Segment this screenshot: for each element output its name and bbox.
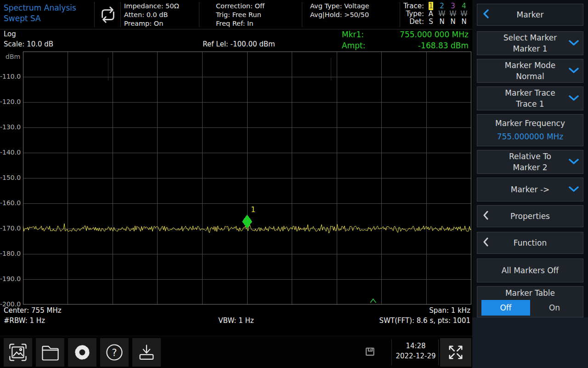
impedance-readout: Impedance: 50Ω	[124, 2, 179, 11]
relative-to-button[interactable]: Relative To Marker 2	[477, 150, 583, 174]
correction-readout: Correction: Off	[216, 2, 265, 11]
marker-frequency-value[interactable]: 755.000000 MHz	[497, 132, 564, 142]
function-label: Function	[514, 238, 547, 248]
svg-text:?: ?	[112, 347, 117, 358]
marker-frequency-field[interactable]: Marker Frequency 755.000000 MHz	[477, 114, 583, 146]
marker-ampt-value: -168.83 dBm	[418, 40, 469, 51]
help-button[interactable]: ?	[100, 338, 129, 367]
trig-readout: Trig: Free Run	[216, 11, 265, 19]
marker-mode-label: Marker Mode	[505, 61, 555, 70]
marker-trace-button[interactable]: Marker Trace Trace 1	[477, 86, 583, 110]
screenshot-icon	[8, 342, 28, 362]
y-tick-label: -120.0	[0, 98, 20, 105]
relative-to-label: Relative To	[509, 152, 551, 161]
toolbar-divider	[438, 339, 439, 365]
spectrum-plot[interactable]: 1	[23, 52, 471, 305]
y-tick-label: -180.0	[0, 250, 20, 257]
average-params: Avg Type: Voltage Avg|Hold: >50/50	[310, 2, 369, 19]
avg-type-readout: Avg Type: Voltage	[310, 2, 369, 11]
marker-table-toggle: Off On	[481, 300, 579, 316]
marker-trace-label: Marker Trace	[505, 88, 555, 98]
trace-4-det: N	[458, 18, 469, 26]
freq-ref-readout: Freq Ref: In	[216, 19, 265, 28]
mode-title-line2: Swept SA	[4, 13, 76, 24]
back-chevron-icon[interactable]	[483, 9, 489, 21]
marker-to-button[interactable]: Marker ->	[477, 178, 583, 201]
help-icon: ?	[104, 342, 124, 362]
settings-button[interactable]	[68, 338, 96, 367]
sweep-annotation: Center: 755 MHz Span: 1 kHz #RBW: 1 Hz V…	[0, 305, 472, 326]
sidebar-empty-area	[472, 317, 588, 368]
chevron-left-icon	[483, 237, 488, 248]
marker-mode-value: Normal	[516, 72, 544, 81]
continuous-sweep-icon[interactable]	[98, 6, 118, 25]
marker-frequency-label: Marker Frequency	[495, 119, 565, 128]
header-bar: Spectrum Analysis Swept SA Impedance: 50…	[0, 0, 472, 29]
marker-to-label: Marker ->	[511, 185, 550, 195]
marker-trace-value: Trace 1	[516, 99, 544, 109]
y-tick-label: -160.0	[0, 199, 20, 207]
y-tick-label: -140.0	[0, 149, 20, 156]
scale-row: Log Scale: 10.0 dB Ref Lel: -100.00 dBm …	[0, 29, 472, 52]
atten-readout: Atten: 0.0 dB	[124, 11, 179, 19]
date-label: 2022-12-29	[393, 351, 438, 361]
marker-table-off-button[interactable]: Off	[481, 300, 530, 316]
y-axis-labels: -110.0-120.0-130.0-140.0-150.0-160.0-170…	[0, 52, 21, 305]
file-browser-button[interactable]	[36, 338, 64, 367]
center-frequency-label: Center: 755 MHz	[4, 305, 62, 316]
chevron-down-icon	[569, 94, 579, 103]
trigger-params: Correction: Off Trig: Free Run Freq Ref:…	[216, 2, 265, 28]
properties-button[interactable]: Properties	[477, 205, 583, 227]
trace-2-type: W	[436, 10, 447, 18]
select-marker-button[interactable]: Select Marker Marker 1	[477, 31, 583, 55]
trace-1-number[interactable]: 1	[429, 2, 433, 10]
chevron-down-icon	[569, 67, 579, 75]
chevron-down-icon	[569, 185, 579, 194]
svg-text:1: 1	[251, 205, 255, 214]
y-tick-label: -190.0	[0, 275, 20, 282]
select-marker-value: Marker 1	[513, 44, 548, 54]
save-button[interactable]	[132, 338, 161, 367]
header-divider	[302, 2, 302, 27]
settings-gear-icon	[72, 342, 93, 363]
trace-2-number[interactable]: 2	[436, 2, 447, 10]
preamp-readout: Preamp: On	[124, 19, 179, 28]
function-button[interactable]: Function	[477, 232, 583, 254]
menu-header[interactable]: Marker	[477, 4, 583, 26]
properties-label: Properties	[510, 212, 550, 221]
marker-ampt-label: Ampt:	[342, 40, 365, 51]
ref-level-label: Ref Lel: -100.00 dBm	[147, 40, 331, 48]
trace-status-table[interactable]: Trace: 1 2 3 4 Type: A W W W Det: S N N …	[402, 2, 469, 26]
trace-1-det: S	[425, 18, 436, 26]
marker-mode-button[interactable]: Marker Mode Normal	[477, 59, 583, 83]
log-scale-label: Log	[4, 30, 16, 38]
header-divider	[94, 2, 95, 27]
marker-table-label: Marker Table	[505, 288, 555, 298]
mode-title: Spectrum Analysis Swept SA	[4, 3, 76, 24]
menu-sidebar: Marker Select Marker Marker 1 Marker Mod…	[472, 0, 588, 368]
screenshot-button[interactable]	[4, 338, 32, 367]
trace-4-number[interactable]: 4	[458, 2, 469, 10]
input-params: Impedance: 50Ω Atten: 0.0 dB Preamp: On	[124, 2, 179, 28]
trace-3-type: W	[447, 10, 458, 18]
marker-readout: Mkr1: 755.000 000 MHz Ampt: -168.83 dBm	[332, 29, 470, 52]
time-label: 14:28	[393, 341, 438, 351]
header-divider	[199, 2, 199, 27]
fullscreen-button[interactable]	[440, 338, 471, 367]
span-label: Span: 1 kHz	[429, 305, 470, 316]
storage-status-icon	[364, 346, 376, 360]
y-tick-label: -130.0	[0, 123, 20, 131]
trace-1-type: A	[425, 10, 436, 18]
all-markers-off-button[interactable]: All Markers Off	[477, 259, 583, 282]
y-tick-label: -110.0	[0, 73, 20, 80]
trace-3-number[interactable]: 3	[447, 2, 458, 10]
toolbar-divider	[391, 339, 392, 365]
chevron-down-icon	[569, 158, 579, 167]
save-icon	[136, 342, 157, 362]
select-marker-label: Select Marker	[503, 33, 557, 43]
main-area: Spectrum Analysis Swept SA Impedance: 50…	[0, 0, 472, 368]
marker-table-on-button[interactable]: On	[530, 300, 579, 316]
bottom-toolbar: ?	[0, 336, 472, 368]
trace-row-label: Trace:	[402, 2, 425, 10]
chevron-left-icon	[483, 211, 488, 222]
